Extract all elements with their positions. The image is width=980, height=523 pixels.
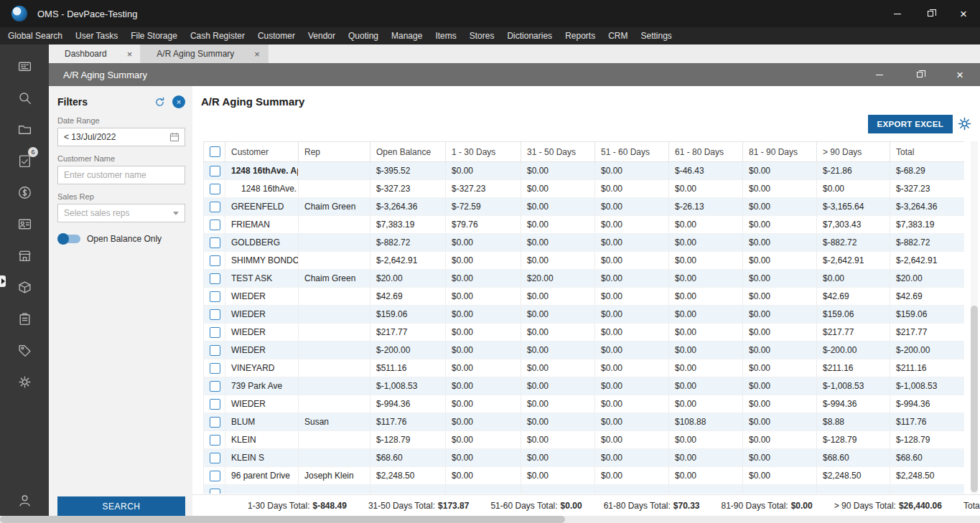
row-checkbox[interactable] bbox=[210, 345, 220, 356]
table-settings-button[interactable] bbox=[957, 116, 972, 134]
column-header-31-50-days[interactable]: 31 - 50 Days bbox=[521, 142, 595, 162]
column-header-51-60-days[interactable]: 51 - 60 Days bbox=[595, 142, 669, 162]
row-checkbox[interactable] bbox=[210, 291, 220, 302]
row-checkbox[interactable] bbox=[210, 309, 220, 320]
rep-cell bbox=[299, 234, 370, 252]
menu-item-vendor[interactable]: Vendor bbox=[302, 27, 342, 44]
menu-item-stores[interactable]: Stores bbox=[463, 27, 501, 44]
menu-item-reports[interactable]: Reports bbox=[559, 27, 602, 44]
tab-bar: Dashboard×A/R Aging Summary× bbox=[49, 44, 980, 63]
row-checkbox[interactable] bbox=[210, 220, 220, 230]
value-cell: $0.00 bbox=[595, 359, 669, 377]
sidebar-expand-arrow-icon[interactable] bbox=[0, 275, 6, 287]
menu-item-global-search[interactable]: Global Search bbox=[1, 27, 69, 44]
close-filters-button[interactable]: × bbox=[172, 95, 185, 108]
menu-item-customer[interactable]: Customer bbox=[251, 27, 302, 44]
row-checkbox[interactable] bbox=[210, 202, 220, 212]
row-checkbox[interactable] bbox=[210, 255, 220, 266]
inner-close-button[interactable]: × bbox=[940, 63, 980, 86]
inner-minimize-button[interactable] bbox=[859, 63, 900, 86]
vertical-scrollbar-thumb[interactable] bbox=[971, 306, 978, 492]
sidebar-item-tasks[interactable]: 6 bbox=[10, 146, 39, 175]
value-cell: $-882.72 bbox=[890, 234, 965, 252]
menu-item-dictionaries[interactable]: Dictionaries bbox=[500, 27, 559, 44]
sidebar-item-folder[interactable] bbox=[10, 115, 39, 143]
row-checkbox[interactable] bbox=[210, 166, 220, 176]
column-header-customer[interactable]: Customer bbox=[225, 142, 299, 162]
vertical-scrollbar[interactable] bbox=[971, 141, 978, 494]
column-header-61-80-days[interactable]: 61 - 80 Days bbox=[669, 142, 743, 162]
export-excel-button[interactable]: EXPORT EXCEL bbox=[868, 115, 953, 133]
inner-restore-button[interactable] bbox=[900, 63, 940, 86]
row-checkbox[interactable] bbox=[210, 237, 220, 248]
menu-item-crm[interactable]: CRM bbox=[602, 27, 634, 44]
menu-item-settings[interactable]: Settings bbox=[634, 27, 678, 44]
select-all-checkbox[interactable] bbox=[210, 146, 220, 157]
customer-name-input[interactable] bbox=[64, 170, 179, 180]
value-cell: $0.00 bbox=[669, 377, 743, 395]
column-header-rep[interactable]: Rep bbox=[299, 142, 370, 162]
row-checkbox[interactable] bbox=[210, 417, 220, 428]
refresh-filters-button[interactable] bbox=[154, 96, 166, 108]
sidebar-item-money[interactable] bbox=[10, 178, 39, 207]
column-header-81-90-days[interactable]: 81 - 90 Days bbox=[743, 142, 817, 162]
row-checkbox[interactable] bbox=[210, 363, 220, 374]
row-checkbox[interactable] bbox=[210, 489, 220, 494]
menu-item-quoting[interactable]: Quoting bbox=[342, 27, 385, 44]
totals-footer: 1-30 Days Total:$-848.4931-50 Days Total… bbox=[192, 494, 980, 517]
value-cell: $0.00 bbox=[669, 306, 743, 324]
row-checkbox[interactable] bbox=[210, 273, 220, 284]
total-item-total: Total:$25,835.77 bbox=[963, 501, 980, 511]
value-cell: $0.00 bbox=[595, 252, 669, 270]
row-checkbox[interactable] bbox=[210, 381, 220, 392]
tab-a-r-aging-summary[interactable]: A/R Aging Summary× bbox=[141, 44, 269, 63]
sidebar-item-tag[interactable] bbox=[10, 336, 39, 364]
sales-rep-select[interactable]: Select sales reps bbox=[57, 204, 185, 222]
customer-name-field[interactable] bbox=[57, 166, 185, 184]
row-checkbox[interactable] bbox=[210, 327, 220, 338]
value-cell: $-128.79 bbox=[817, 431, 890, 449]
column-header-1-30-days[interactable]: 1 - 30 Days bbox=[446, 142, 521, 162]
menu-item-file-storage[interactable]: File Storage bbox=[124, 27, 184, 44]
row-checkbox[interactable] bbox=[210, 435, 220, 446]
date-range-input[interactable] bbox=[64, 132, 179, 142]
sidebar-item-dashboard[interactable] bbox=[10, 52, 39, 80]
window-restore-button[interactable] bbox=[914, 0, 947, 27]
tab-close-icon[interactable]: × bbox=[254, 50, 260, 59]
column-header-total[interactable]: Total bbox=[890, 142, 965, 162]
sidebar-item-clipboard[interactable] bbox=[10, 304, 39, 333]
value-cell: $0.00 bbox=[669, 324, 743, 341]
calendar-icon[interactable] bbox=[169, 131, 180, 145]
sidebar-item-store[interactable] bbox=[10, 241, 39, 270]
value-cell: $-72.59 bbox=[446, 198, 521, 216]
menu-item-manage[interactable]: Manage bbox=[385, 27, 429, 44]
menu-item-user-tasks[interactable]: User Tasks bbox=[69, 27, 124, 44]
column-header-open-balance[interactable]: Open Balance bbox=[370, 142, 446, 162]
window-close-button[interactable]: × bbox=[947, 0, 980, 27]
row-checkbox[interactable] bbox=[210, 399, 220, 410]
menu-item-cash-register[interactable]: Cash Register bbox=[184, 27, 251, 44]
sidebar-item-package[interactable] bbox=[10, 273, 39, 301]
sidebar-item-search[interactable] bbox=[10, 83, 39, 112]
package-icon bbox=[17, 280, 32, 295]
open-balance-only-toggle[interactable] bbox=[59, 235, 80, 243]
sidebar-item-contacts[interactable] bbox=[10, 209, 39, 238]
sidebar-item-settings-gear[interactable] bbox=[10, 367, 39, 396]
date-range-field[interactable] bbox=[57, 128, 185, 146]
search-button[interactable]: SEARCH bbox=[57, 496, 185, 516]
row-checkbox[interactable] bbox=[210, 471, 220, 481]
horizontal-scrollbar[interactable] bbox=[0, 516, 980, 523]
tab-dashboard[interactable]: Dashboard× bbox=[49, 44, 141, 63]
table-row: KLEIN S$68.60$0.00$0.00$0.00$0.00$0.00$6… bbox=[204, 449, 965, 467]
customer-cell: VINEYARD bbox=[225, 359, 299, 377]
row-checkbox[interactable] bbox=[210, 453, 220, 463]
row-select-cell bbox=[204, 288, 225, 306]
menu-item-items[interactable]: Items bbox=[429, 27, 462, 44]
horizontal-scrollbar-thumb[interactable] bbox=[0, 516, 565, 523]
column-header-90-days[interactable]: > 90 Days bbox=[817, 142, 890, 162]
tab-close-icon[interactable]: × bbox=[127, 50, 133, 59]
sidebar-item-user[interactable] bbox=[10, 486, 39, 514]
window-minimize-button[interactable] bbox=[881, 0, 914, 27]
row-checkbox[interactable] bbox=[210, 184, 220, 194]
customer-cell: WIEDER bbox=[225, 288, 299, 306]
